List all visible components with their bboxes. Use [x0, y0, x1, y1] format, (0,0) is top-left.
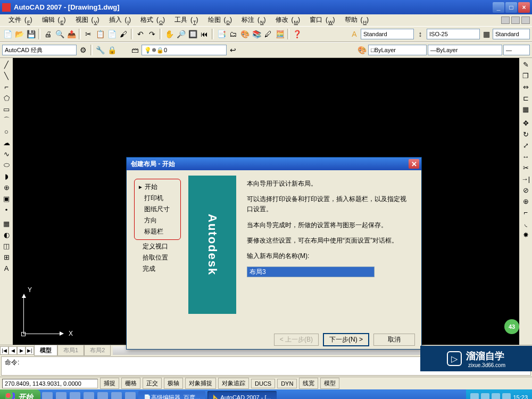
tab-layout1[interactable]: 布局1	[57, 345, 84, 356]
quicklaunch-icon[interactable]	[97, 392, 108, 399]
snap-toggle[interactable]: 捕捉	[100, 378, 119, 389]
move-icon[interactable]: ✥	[520, 118, 531, 128]
tray-icon[interactable]	[481, 393, 489, 399]
nav-begin[interactable]: 开始	[136, 181, 179, 193]
open-icon[interactable]: 📂	[14, 29, 24, 39]
tab-first-icon[interactable]: |◀	[0, 346, 9, 355]
nav-viewports[interactable]: 定义视口	[134, 241, 181, 252]
ws-gear-icon[interactable]: 🔧	[95, 45, 105, 55]
dialog-close-button[interactable]: ✕	[409, 159, 419, 169]
otrack-toggle[interactable]: 对象追踪	[218, 378, 249, 389]
clock[interactable]: 15:23	[513, 394, 528, 399]
spline-icon[interactable]: ∿	[1, 148, 12, 159]
nav-papersize[interactable]: 图纸尺寸	[136, 204, 179, 215]
tab-last-icon[interactable]: ▶|	[26, 346, 34, 355]
point-icon[interactable]: •	[1, 204, 12, 215]
offset-icon[interactable]: ⊏	[520, 93, 531, 103]
nav-finish[interactable]: 完成	[134, 263, 181, 275]
region-icon[interactable]: ◫	[1, 240, 12, 251]
mdi-restore-icon[interactable]	[511, 16, 520, 24]
grid-toggle[interactable]: 栅格	[121, 378, 140, 389]
workspace-select[interactable]: AutoCAD 经典	[2, 45, 77, 55]
task-autocad[interactable]: 📐 AutoCAD 2007 - [...	[207, 391, 276, 399]
text-icon[interactable]: A	[1, 263, 12, 273]
rotate-icon[interactable]: ↻	[520, 129, 531, 139]
close-button[interactable]: ×	[518, 2, 530, 13]
mdi-close-icon[interactable]	[521, 16, 530, 24]
help-icon[interactable]: ❓	[292, 29, 302, 39]
color-select[interactable]: □ ByLayer	[368, 45, 427, 55]
revcloud-icon[interactable]: ☁	[1, 137, 12, 148]
menu-insert[interactable]: 插入(I)	[103, 14, 135, 26]
dialog-titlebar[interactable]: 创建布局 - 开始 ✕	[127, 157, 421, 170]
menu-view[interactable]: 视图(V)	[69, 14, 103, 26]
nav-printer[interactable]: 打印机	[136, 193, 179, 204]
nav-orientation[interactable]: 方向	[136, 215, 179, 226]
ducs-toggle[interactable]: DUCS	[251, 379, 275, 388]
chamfer-icon[interactable]: ⌐	[520, 207, 531, 218]
drawing-canvas[interactable]: Y X 43 创建布局 - 开始 ✕ 开始 打印机 图纸尺寸 方向 标题栏	[13, 58, 519, 345]
table-icon[interactable]: ⊞	[1, 252, 12, 262]
fillet-icon[interactable]: ◟	[520, 218, 531, 229]
menu-window[interactable]: 窗口(W)	[303, 14, 338, 26]
stretch-icon[interactable]: ↔	[520, 151, 531, 162]
maximize-button[interactable]: □	[505, 2, 517, 13]
quicklaunch-icon[interactable]	[56, 392, 66, 399]
pline-icon[interactable]: ⌐	[1, 81, 12, 92]
layer-select[interactable]: 💡❄🔒 0	[142, 45, 227, 55]
dimstyle-select[interactable]: ISO-25	[427, 29, 480, 39]
rect-icon[interactable]: ▭	[1, 104, 12, 114]
dc-icon[interactable]: 🗂	[228, 29, 238, 39]
arc-icon[interactable]: ⌒	[1, 115, 12, 126]
lwt-toggle[interactable]: 线宽	[299, 378, 318, 389]
layout-name-input[interactable]	[247, 267, 375, 277]
menu-edit[interactable]: 编辑(E)	[36, 14, 69, 26]
color-icon[interactable]: 🎨	[356, 45, 367, 55]
tablestyle-select[interactable]: Standard	[493, 29, 530, 39]
minimize-button[interactable]: _	[493, 2, 504, 13]
mdi-minimize-icon[interactable]	[501, 16, 510, 24]
block-icon[interactable]: ▣	[1, 193, 12, 204]
circle-icon[interactable]: ○	[1, 126, 12, 137]
start-button[interactable]: 开始	[0, 389, 40, 399]
new-icon[interactable]: 📄	[2, 29, 13, 39]
preview-icon[interactable]: 🔍	[54, 29, 65, 39]
trim-icon[interactable]: ✂	[520, 162, 531, 173]
ws-settings-icon[interactable]: ⚙	[78, 45, 88, 55]
save-icon[interactable]: 💾	[26, 29, 36, 39]
menu-format[interactable]: 格式(O)	[134, 14, 168, 26]
polar-toggle[interactable]: 极轴	[164, 378, 183, 389]
menu-modify[interactable]: 修改(M)	[269, 14, 304, 26]
match-icon[interactable]: 🖌	[118, 29, 129, 39]
menu-dim[interactable]: 标注(N)	[235, 14, 269, 26]
dimstyle-icon[interactable]: ↕	[415, 29, 426, 39]
coords-display[interactable]: 270.8409, 1143.9031, 0.0000	[2, 379, 98, 388]
publish-icon[interactable]: 📤	[66, 29, 77, 39]
tab-layout2[interactable]: 布局2	[84, 345, 111, 356]
ellipsearc-icon[interactable]: ◗	[1, 171, 12, 181]
tablestyle-icon[interactable]: ▦	[481, 29, 492, 39]
polygon-icon[interactable]: ⬠	[1, 93, 12, 103]
quicklaunch-icon[interactable]	[42, 392, 53, 399]
break-icon[interactable]: ⊘	[520, 185, 531, 195]
zoom-prev-icon[interactable]: ⏮	[199, 29, 210, 39]
print-icon[interactable]: 🖨	[43, 29, 53, 39]
tp-icon[interactable]: 🎨	[239, 29, 250, 39]
array-icon[interactable]: ▦	[520, 104, 531, 114]
linetype-select[interactable]: — ByLayer	[428, 45, 502, 55]
calc-icon[interactable]: 🧮	[275, 29, 285, 39]
ws-lock-icon[interactable]: 🔒	[106, 45, 117, 55]
nav-titleblock[interactable]: 标题栏	[136, 226, 179, 237]
tab-next-icon[interactable]: ▶	[17, 346, 26, 355]
quicklaunch-icon[interactable]	[111, 392, 122, 399]
ortho-toggle[interactable]: 正交	[143, 378, 162, 389]
redo-icon[interactable]: ↷	[147, 29, 157, 39]
explode-icon[interactable]: ✸	[520, 229, 531, 240]
quicklaunch-icon[interactable]	[125, 392, 136, 399]
model-toggle[interactable]: 模型	[320, 378, 339, 389]
pan-icon[interactable]: ✋	[164, 29, 174, 39]
undo-icon[interactable]: ↶	[135, 29, 146, 39]
quicklaunch-icon[interactable]	[70, 392, 80, 399]
quicklaunch-icon[interactable]	[84, 392, 94, 399]
tray-icon[interactable]	[470, 393, 479, 399]
